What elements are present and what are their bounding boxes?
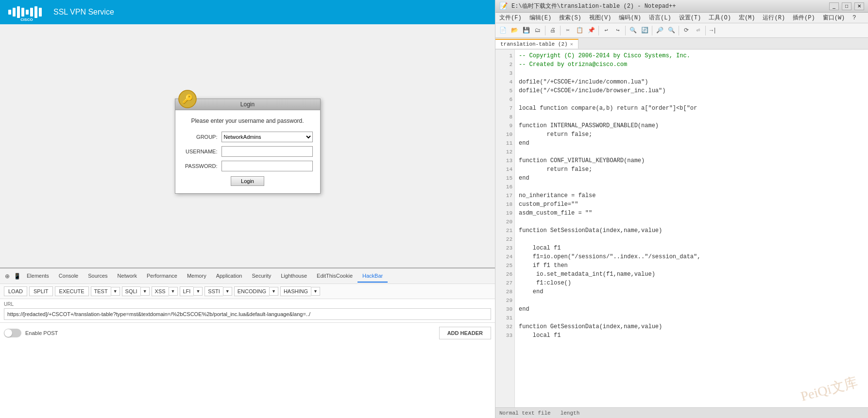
menu-tools[interactable]: 工具(O): [705, 13, 735, 23]
hackbar-toolbar: LOAD SPLIT EXECUTE TEST ▼ SQLI ▼ XSS ▼ L…: [0, 284, 495, 299]
toolbar-find[interactable]: 🔍: [628, 25, 638, 36]
toolbar-cut[interactable]: ✂: [562, 25, 573, 36]
menu-plugins[interactable]: 插件(P): [789, 13, 819, 23]
menu-settings[interactable]: 设置(T): [675, 13, 705, 23]
line-num-17: 17: [495, 191, 512, 200]
toolbar-new[interactable]: 📄: [497, 25, 508, 36]
menu-view[interactable]: 视图(V): [585, 13, 615, 23]
hackbar-encoding-dropdown: ENCODING ▼: [234, 286, 278, 296]
hackbar-hashing-btn[interactable]: HASHING: [280, 286, 311, 296]
line-num-27: 27: [495, 279, 512, 287]
toolbar-sep3: [598, 26, 599, 35]
line-num-28: 28: [495, 287, 512, 296]
toolbar-undo[interactable]: ↩: [601, 25, 612, 36]
tab-application[interactable]: Application: [211, 270, 247, 283]
tab-console[interactable]: Console: [54, 270, 83, 283]
tab-close-icon[interactable]: ✕: [570, 41, 573, 47]
menu-run[interactable]: 运行(R): [759, 13, 789, 23]
tab-memory[interactable]: Memory: [182, 270, 211, 283]
line-num-1: 1: [495, 51, 512, 60]
toolbar-zoom-in[interactable]: 🔎: [654, 25, 665, 36]
hackbar-execute-btn[interactable]: EXECUTE: [55, 286, 89, 296]
hackbar-encoding-arrow[interactable]: ▼: [269, 287, 278, 296]
enable-post-label: Enable POST: [25, 330, 58, 336]
close-btn[interactable]: ✕: [854, 2, 864, 10]
tab-editthiscookie[interactable]: EditThisCookie: [312, 270, 357, 283]
toolbar-save[interactable]: 💾: [521, 25, 531, 36]
hackbar-test-btn[interactable]: TEST: [91, 286, 111, 296]
line-num-19: 19: [495, 209, 512, 217]
enable-post-row: Enable POST: [4, 329, 58, 337]
toolbar-paste[interactable]: 📌: [586, 25, 596, 36]
login-body: Please enter your username and password.…: [175, 110, 320, 193]
hackbar-sqli-btn[interactable]: SQLI: [122, 286, 140, 296]
tab-network[interactable]: Network: [113, 270, 142, 283]
code-content[interactable]: -- Copyright (C) 2006-2014 by Cisco Syst…: [515, 50, 868, 407]
menu-encoding[interactable]: 编码(N): [615, 13, 645, 23]
hackbar-xss-btn[interactable]: XSS: [152, 286, 169, 296]
login-button[interactable]: Login: [231, 176, 264, 186]
toolbar-redo[interactable]: ↪: [613, 25, 623, 36]
tab-sources[interactable]: Sources: [83, 270, 112, 283]
login-button-row: Login: [183, 176, 313, 186]
svg-rect-3: [21, 8, 24, 17]
line-num-3: 3: [495, 69, 512, 78]
toolbar-replace[interactable]: 🔄: [639, 25, 650, 36]
devtools-device-icon[interactable]: 📱: [12, 271, 22, 281]
enable-post-toggle[interactable]: [4, 329, 21, 337]
toolbar-print[interactable]: 🖨: [547, 25, 558, 36]
tab-hackbar[interactable]: HackBar: [357, 270, 388, 283]
toolbar-sep2: [560, 26, 561, 35]
group-select[interactable]: NetworkAdmins: [221, 132, 313, 142]
tab-performance[interactable]: Performance: [142, 270, 182, 283]
url-label: URL: [4, 301, 491, 307]
tab-security[interactable]: Security: [247, 270, 276, 283]
menu-help[interactable]: ?: [849, 14, 860, 22]
hackbar-ssti-btn[interactable]: SSTI: [204, 286, 222, 296]
toolbar-save-all[interactable]: 🗂: [532, 25, 543, 36]
hackbar-ssti-arrow[interactable]: ▼: [223, 287, 232, 296]
minimize-btn[interactable]: _: [829, 2, 839, 10]
notepad-toolbar: 📄 📂 💾 🗂 🖨 ✂ 📋 📌 ↩ ↪ 🔍 🔄 🔎 🔍 ⟳ ⏎ →|: [495, 23, 868, 38]
url-input[interactable]: [4, 308, 491, 320]
hackbar-lfi-btn[interactable]: LFI: [180, 286, 194, 296]
toolbar-copy[interactable]: 📋: [574, 25, 585, 36]
hackbar-split-btn[interactable]: SPLIT: [29, 286, 53, 296]
maximize-btn[interactable]: □: [842, 2, 851, 10]
password-row: PASSWORD:: [183, 161, 313, 171]
toolbar-wrap[interactable]: ⏎: [693, 25, 703, 36]
menu-macro[interactable]: 宏(M): [735, 13, 759, 23]
svg-rect-4: [26, 10, 29, 15]
notepad-tab-active[interactable]: translation-table (2) ✕: [495, 39, 579, 49]
line-num-31: 31: [495, 314, 512, 322]
line-num-18: 18: [495, 200, 512, 209]
hackbar-sqli-arrow[interactable]: ▼: [140, 287, 150, 296]
menu-edit[interactable]: 编辑(E): [526, 13, 556, 23]
toolbar-indent[interactable]: →|: [708, 25, 718, 36]
toolbar-sync[interactable]: ⟳: [681, 25, 692, 36]
menu-file[interactable]: 文件(F): [495, 13, 526, 23]
devtools-inspect-icon[interactable]: ⊕: [2, 271, 12, 281]
hackbar-lfi-arrow[interactable]: ▼: [193, 287, 203, 296]
hackbar-encoding-btn[interactable]: ENCODING: [234, 286, 269, 296]
add-header-button[interactable]: ADD HEADER: [439, 327, 491, 339]
tab-elements[interactable]: Elements: [22, 270, 54, 283]
menu-language[interactable]: 语言(L): [645, 13, 675, 23]
line-numbers: 1 2 3 4 5 6 7 8 9 10 11 12 13 14 15 16 1…: [495, 50, 515, 407]
login-prompt: Please enter your username and password.: [183, 117, 313, 124]
hackbar-xss-arrow[interactable]: ▼: [169, 287, 178, 296]
hackbar-hashing-arrow[interactable]: ▼: [311, 287, 320, 296]
menu-search[interactable]: 搜索(S): [555, 13, 585, 23]
menu-window[interactable]: 窗口(W): [819, 13, 849, 23]
toolbar-zoom-out[interactable]: 🔍: [666, 25, 677, 36]
username-label: USERNAME:: [183, 149, 221, 154]
hackbar-load-btn[interactable]: LOAD: [4, 286, 27, 296]
hackbar-test-arrow[interactable]: ▼: [111, 287, 120, 296]
toolbar-open[interactable]: 📂: [509, 25, 520, 36]
browser-content: 🔑 Login Please enter your username and p…: [0, 24, 495, 268]
password-input[interactable]: [221, 161, 313, 171]
username-input[interactable]: [221, 146, 313, 157]
notepad-icon: 📝: [499, 2, 508, 10]
tab-lighthouse[interactable]: Lighthouse: [276, 270, 312, 283]
line-num-2: 2: [495, 60, 512, 69]
